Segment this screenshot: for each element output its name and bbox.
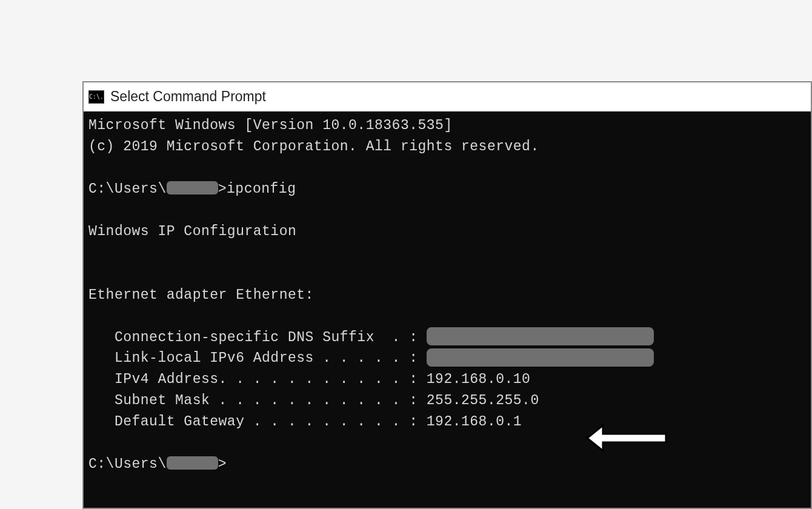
redacted-username bbox=[167, 181, 218, 195]
redacted-ipv6 bbox=[427, 348, 654, 367]
copyright-line: (c) 2019 Microsoft Corporation. All righ… bbox=[88, 139, 539, 155]
gateway-value: 192.168.0.1 bbox=[427, 414, 522, 430]
dns-suffix-label: Connection-specific DNS Suffix . : bbox=[88, 330, 427, 345]
ipv4-label: IPv4 Address. . . . . . . . . . . : bbox=[88, 371, 427, 387]
redacted-username-2 bbox=[167, 456, 218, 470]
ipv4-value: 192.168.0.10 bbox=[427, 371, 531, 387]
command-text: ipconfig bbox=[227, 181, 296, 197]
terminal-output[interactable]: Microsoft Windows [Version 10.0.18363.53… bbox=[84, 111, 811, 508]
cmd-icon: C:\. bbox=[88, 90, 104, 104]
subnet-label: Subnet Mask . . . . . . . . . . . : bbox=[88, 393, 427, 408]
window-title: Select Command Prompt bbox=[110, 88, 266, 105]
prompt-suffix-2: > bbox=[218, 456, 227, 472]
ipv6-label: Link-local IPv6 Address . . . . . : bbox=[88, 350, 427, 366]
config-header: Windows IP Configuration bbox=[88, 224, 296, 239]
prompt-prefix-2: C:\Users\ bbox=[88, 456, 167, 472]
titlebar[interactable]: C:\. Select Command Prompt bbox=[84, 82, 811, 111]
subnet-value: 255.255.255.0 bbox=[427, 393, 539, 408]
prompt-suffix: > bbox=[218, 181, 227, 197]
gateway-label: Default Gateway . . . . . . . . . : bbox=[88, 414, 427, 430]
redacted-dns-suffix bbox=[427, 327, 654, 345]
version-line: Microsoft Windows [Version 10.0.18363.53… bbox=[88, 118, 453, 133]
adapter-header: Ethernet adapter Ethernet: bbox=[88, 287, 314, 303]
prompt-prefix: C:\Users\ bbox=[88, 181, 167, 197]
command-prompt-window: C:\. Select Command Prompt Microsoft Win… bbox=[82, 81, 812, 509]
